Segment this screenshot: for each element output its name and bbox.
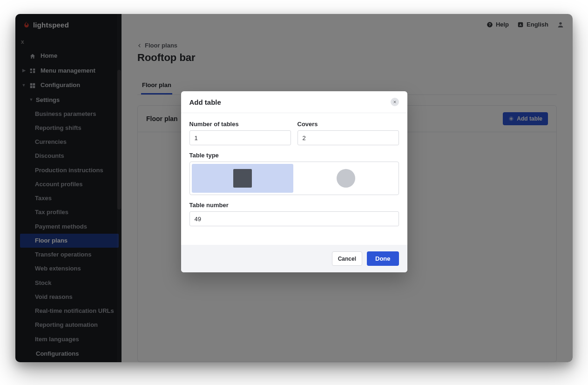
- covers-input[interactable]: [297, 130, 399, 145]
- field-table-number: Table number: [189, 202, 399, 226]
- add-table-modal: Add table Number of tables Covers: [181, 91, 407, 272]
- modal-footer: Cancel Done: [181, 245, 407, 272]
- cancel-button[interactable]: Cancel: [332, 251, 362, 266]
- field-table-type: Table type: [189, 152, 399, 195]
- modal-body: Number of tables Covers Table type: [181, 113, 407, 245]
- field-number-of-tables: Number of tables: [189, 121, 291, 145]
- modal-title: Add table: [189, 98, 221, 106]
- table-type-circle[interactable]: [295, 164, 397, 193]
- modal-header: Add table: [181, 91, 407, 113]
- modal-close-button[interactable]: [391, 98, 399, 106]
- square-shape-icon: [233, 169, 252, 188]
- table-type-group: [189, 162, 399, 195]
- done-button[interactable]: Done: [367, 251, 399, 266]
- table-type-square[interactable]: [192, 164, 293, 193]
- circle-shape-icon: [337, 169, 355, 188]
- app-window: lightspeed x Home ▶ Menu management: [15, 14, 573, 362]
- label-table-number: Table number: [189, 202, 399, 209]
- table-number-input[interactable]: [189, 211, 399, 226]
- number-of-tables-input[interactable]: [189, 130, 291, 145]
- label-covers: Covers: [297, 121, 399, 128]
- close-icon: [393, 100, 397, 104]
- label-table-type: Table type: [189, 152, 399, 159]
- label-number-of-tables: Number of tables: [189, 121, 291, 128]
- field-covers: Covers: [297, 121, 399, 145]
